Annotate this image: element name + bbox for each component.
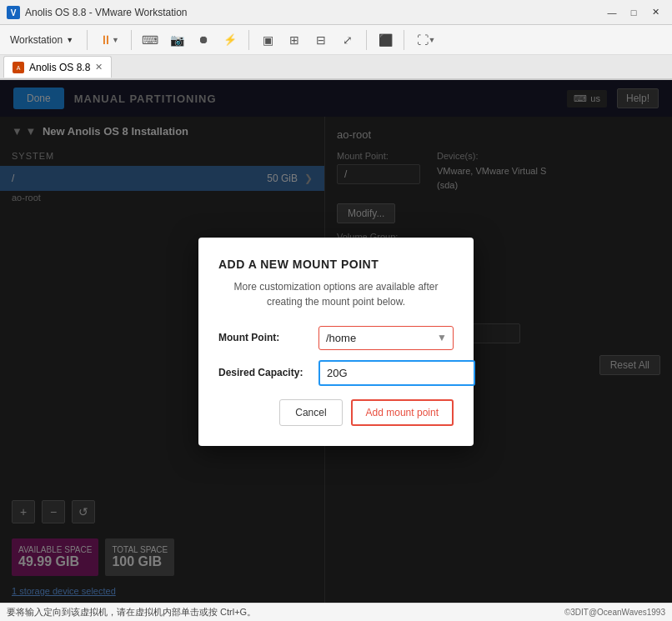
send-ctrlaltdel-button[interactable]: ⌨ <box>138 28 162 52</box>
screenshot-button[interactable]: 📷 <box>165 28 188 52</box>
view-tabs-button[interactable]: ⊟ <box>309 28 333 52</box>
dialog-mount-point-select-wrap: /home / /boot /boot/efi /tmp /var swap ▼ <box>318 326 454 350</box>
dialog-mount-point-field: Mount Point: /home / /boot /boot/efi /tm… <box>218 326 454 350</box>
dialog-capacity-label: Desired Capacity: <box>218 367 318 378</box>
tab-label: Anolis OS 8.8 <box>29 62 90 73</box>
add-mount-point-button[interactable]: Add mount point <box>351 399 454 426</box>
toolbar-separator-2 <box>131 30 132 50</box>
vm-background: Done MANUAL PARTITIONING ⌨ us Help! ▼ Ne… <box>0 80 672 603</box>
vmstatus-button[interactable]: ⚡ <box>218 28 242 52</box>
toolbar-separator-4 <box>366 30 367 50</box>
terminal-button[interactable]: ⬛ <box>374 28 397 52</box>
view-multi-button[interactable]: ⊞ <box>283 28 306 52</box>
dialog-capacity-input[interactable] <box>318 360 475 386</box>
fullscreen-icon: ⛶ <box>417 33 429 47</box>
fullscreen-button[interactable]: ⛶ ▼ <box>411 28 441 52</box>
window-controls: — □ ✕ <box>602 4 665 21</box>
workstation-label: Workstation <box>10 34 63 46</box>
maximize-button[interactable]: □ <box>624 4 644 21</box>
record-button[interactable]: ⏺ <box>192 28 215 52</box>
dialog-buttons: Cancel Add mount point <box>218 399 454 426</box>
pause-caret: ▼ <box>112 36 119 44</box>
dialog-capacity-field: Desired Capacity: <box>218 360 454 386</box>
dialog-overlay: ADD A NEW MOUNT POINT More customization… <box>0 80 672 603</box>
dialog-mount-point-label: Mount Point: <box>218 332 318 343</box>
menubar: Workstation ▼ ⏸ ▼ ⌨ 📷 ⏺ ⚡ ▣ ⊞ ⊟ ⤢ ⬛ ⛶ ▼ <box>0 25 672 55</box>
tab-close-button[interactable]: ✕ <box>95 62 103 73</box>
fullscreen-caret: ▼ <box>429 36 436 44</box>
workstation-menu[interactable]: Workstation ▼ <box>3 31 80 49</box>
status-message: 要将输入定向到该虚拟机，请在虚拟机内部单击或按 Ctrl+G。 <box>7 606 564 618</box>
keyboard-icon: ⌨ <box>142 33 158 47</box>
view-single-button[interactable]: ▣ <box>256 28 279 52</box>
terminal-icon: ⬛ <box>379 33 393 47</box>
status-right: ©3DIT@OceanWaves1993 <box>564 608 665 617</box>
tab-vm-icon: A <box>13 62 24 73</box>
tabs-icon: ⊟ <box>316 33 326 47</box>
app-icon: V <box>7 6 20 19</box>
toolbar-separator-1 <box>87 30 88 50</box>
tabbar: A Anolis OS 8.8 ✕ <box>0 55 672 80</box>
dialog-title: ADD A NEW MOUNT POINT <box>218 258 454 271</box>
toolbar-separator-5 <box>404 30 404 50</box>
vmstatus-icon: ⚡ <box>223 33 237 46</box>
svg-text:V: V <box>11 8 17 18</box>
close-button[interactable]: ✕ <box>645 4 665 21</box>
camera-icon: 📷 <box>170 33 184 47</box>
single-view-icon: ▣ <box>263 33 273 47</box>
svg-text:A: A <box>17 65 21 71</box>
titlebar: V Anolis OS 8.8 - VMware Workstation — □… <box>0 0 672 25</box>
cancel-button[interactable]: Cancel <box>279 399 342 426</box>
minimize-button[interactable]: — <box>602 4 622 21</box>
dialog-description: More customization options are available… <box>218 279 454 309</box>
add-mount-point-dialog: ADD A NEW MOUNT POINT More customization… <box>198 238 474 446</box>
vm-area[interactable]: Done MANUAL PARTITIONING ⌨ us Help! ▼ Ne… <box>0 80 672 603</box>
multi-view-icon: ⊞ <box>289 33 299 47</box>
record-icon: ⏺ <box>198 33 209 46</box>
stretch-button[interactable]: ⤢ <box>336 28 359 52</box>
stretch-icon: ⤢ <box>343 33 353 47</box>
menu-caret: ▼ <box>66 36 73 44</box>
toolbar-separator-3 <box>248 30 249 50</box>
statusbar: 要将输入定向到该虚拟机，请在虚拟机内部单击或按 Ctrl+G。 ©3DIT@Oc… <box>0 603 672 621</box>
window-title: Anolis OS 8.8 - VMware Workstation <box>25 7 602 18</box>
pause-icon: ⏸ <box>99 33 112 47</box>
vm-tab[interactable]: A Anolis OS 8.8 ✕ <box>3 56 112 78</box>
pause-button[interactable]: ⏸ ▼ <box>94 28 124 52</box>
dialog-mount-point-select[interactable]: /home / /boot /boot/efi /tmp /var swap <box>318 326 454 350</box>
